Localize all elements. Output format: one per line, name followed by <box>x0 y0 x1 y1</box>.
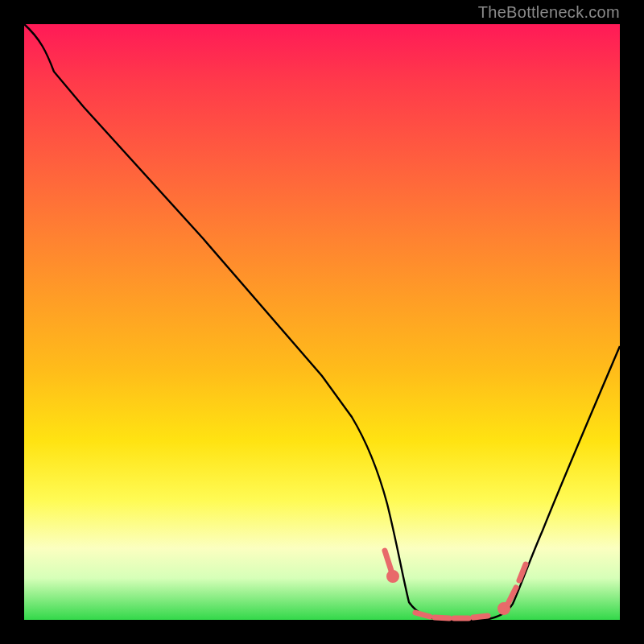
svg-point-1 <box>390 573 397 580</box>
watermark-text: TheBottleneck.com <box>478 3 620 22</box>
plot-area <box>24 24 620 620</box>
svg-line-8 <box>519 564 526 580</box>
bottleneck-curve <box>24 24 620 620</box>
svg-line-0 <box>385 551 391 571</box>
optimal-band <box>385 551 526 618</box>
curve-path <box>24 24 620 620</box>
svg-line-2 <box>415 613 430 617</box>
chart-frame: TheBottleneck.com <box>0 0 644 644</box>
svg-line-5 <box>473 616 488 617</box>
svg-line-3 <box>435 617 449 618</box>
